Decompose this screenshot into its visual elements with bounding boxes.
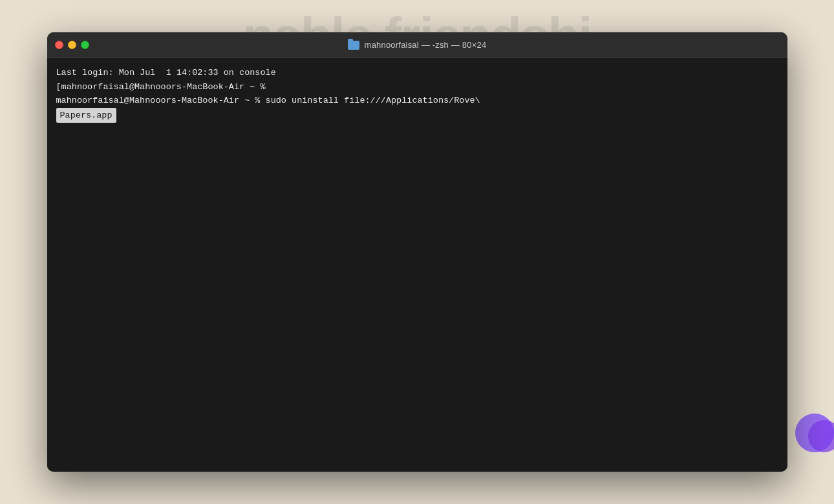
folder-icon xyxy=(348,41,359,50)
minimize-button[interactable] xyxy=(68,41,76,49)
terminal-body[interactable]: Last login: Mon Jul 1 14:02:33 on consol… xyxy=(47,58,787,472)
window-title: mahnoorfaisal — -zsh — 80×24 xyxy=(365,40,487,50)
close-button[interactable] xyxy=(55,41,63,49)
autocomplete-suggestion: Papers.app xyxy=(56,108,116,123)
terminal-line-2: [mahnoorfaisal@Mahnooors-MacBook-Air ~ % xyxy=(56,80,778,94)
title-bar-content: mahnoorfaisal — -zsh — 80×24 xyxy=(348,40,487,50)
traffic-lights xyxy=(55,41,89,49)
terminal-line-4: Papers.app xyxy=(56,108,778,123)
terminal-window: mahnoorfaisal — -zsh — 80×24 Last login:… xyxy=(47,32,787,472)
title-bar: mahnoorfaisal — -zsh — 80×24 xyxy=(47,32,787,58)
terminal-line-1: Last login: Mon Jul 1 14:02:33 on consol… xyxy=(56,66,778,80)
maximize-button[interactable] xyxy=(81,41,89,49)
terminal-line-3: mahnoorfaisal@Mahnooors-MacBook-Air ~ % … xyxy=(56,94,778,108)
